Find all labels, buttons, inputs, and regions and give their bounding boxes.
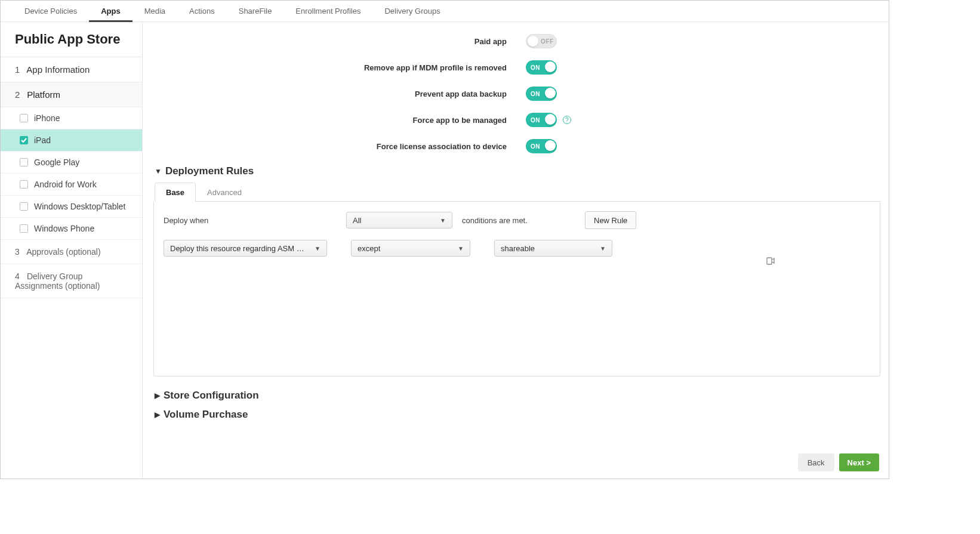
platform-label: Google Play [34, 158, 79, 167]
step-label: Delivery Group Assignments (optional) [15, 271, 100, 291]
platform-label: iPhone [34, 113, 60, 123]
select-rule-resource[interactable]: Deploy this resource regarding ASM … ▼ [164, 240, 327, 257]
section-title: Volume Purchase [164, 409, 248, 421]
caret-down-icon: ▼ [155, 167, 162, 175]
toggle-knob-icon [545, 140, 556, 151]
checkbox-icon[interactable] [20, 202, 28, 211]
caret-right-icon: ▶ [155, 391, 160, 400]
main-content: Paid app OFF Remove app if MDM profile i… [143, 22, 889, 479]
caret-down-icon: ▼ [600, 245, 606, 252]
toggle-force-managed[interactable]: ON [526, 113, 557, 127]
toggle-knob-icon [545, 61, 556, 72]
help-icon[interactable]: ? [563, 116, 571, 124]
back-button[interactable]: Back [798, 453, 834, 471]
toggle-knob-icon [545, 114, 556, 125]
platform-label: Windows Phone [34, 224, 94, 233]
select-value: shareable [501, 244, 535, 253]
toggle-remove-mdm[interactable]: ON [526, 60, 557, 75]
step-number: 4 [15, 271, 24, 281]
platform-windows-desktop-tablet[interactable]: Windows Desktop/Tablet [1, 196, 142, 218]
tab-device-policies[interactable]: Device Policies [13, 1, 89, 22]
platform-label: iPad [34, 135, 51, 145]
step-number: 2 [15, 89, 24, 100]
row-paid-app: Paid app OFF [143, 34, 889, 48]
next-button[interactable]: Next > [839, 453, 879, 471]
section-title: Deployment Rules [165, 165, 254, 177]
step-number: 1 [15, 64, 24, 75]
section-volume-purchase[interactable]: ▶ Volume Purchase [143, 405, 889, 424]
label-paid-app: Paid app [143, 37, 526, 46]
row-force-managed: Force app to be managed ON ? [143, 113, 889, 127]
toggle-state-text: OFF [541, 38, 554, 45]
platform-label: Android for Work [34, 180, 97, 189]
tab-base[interactable]: Base [155, 183, 196, 202]
footer: Back Next > [798, 453, 879, 471]
step-delivery-group-assignments[interactable]: 4 Delivery Group Assignments (optional) [1, 264, 142, 298]
caret-right-icon: ▶ [155, 410, 160, 419]
step-label: Approvals (optional) [26, 247, 101, 257]
platform-windows-phone[interactable]: Windows Phone [1, 218, 142, 240]
tab-apps[interactable]: Apps [89, 1, 132, 22]
row-prevent-backup: Prevent app data backup ON [143, 87, 889, 101]
platform-android-for-work[interactable]: Android for Work [1, 174, 142, 196]
tab-enrollment-profiles[interactable]: Enrollment Profiles [283, 1, 372, 22]
step-app-information[interactable]: 1 App Information [1, 57, 142, 82]
deployment-rules-body: Deploy when All ▼ conditions are met. Ne… [153, 202, 880, 376]
toggle-state-text: ON [531, 143, 540, 150]
select-value: All [353, 216, 361, 225]
deployment-rules-tabs: Base Advanced [155, 182, 880, 202]
svg-rect-0 [767, 258, 772, 264]
toggle-state-text: ON [531, 91, 540, 97]
caret-down-icon: ▼ [440, 217, 446, 224]
step-approvals[interactable]: 3 Approvals (optional) [1, 240, 142, 264]
toggle-paid-app[interactable]: OFF [526, 34, 557, 48]
remove-rule-icon[interactable] [766, 257, 775, 267]
tab-media[interactable]: Media [132, 1, 177, 22]
checkbox-icon[interactable] [20, 136, 28, 144]
platform-ipad[interactable]: iPad [1, 129, 142, 152]
checkbox-icon[interactable] [20, 114, 28, 122]
tab-actions[interactable]: Actions [177, 1, 227, 22]
step-label: Platform [27, 89, 60, 100]
select-value: Deploy this resource regarding ASM … [170, 244, 304, 253]
row-force-license: Force license association to device ON [143, 139, 889, 153]
select-all-any[interactable]: All ▼ [346, 212, 452, 229]
page-title: Public App Store [1, 22, 142, 57]
checkbox-icon[interactable] [20, 158, 28, 166]
step-number: 3 [15, 247, 24, 257]
step-platform[interactable]: 2 Platform [1, 82, 142, 107]
toggle-knob-icon [545, 88, 556, 98]
tab-sharefile[interactable]: ShareFile [227, 1, 284, 22]
section-deployment-rules[interactable]: ▼ Deployment Rules [143, 153, 889, 182]
platform-iphone[interactable]: iPhone [1, 107, 142, 129]
label-prevent-backup: Prevent app data backup [143, 89, 526, 98]
toggle-force-license[interactable]: ON [526, 139, 557, 153]
top-nav: Device Policies Apps Media Actions Share… [1, 1, 889, 22]
toggle-knob-icon [528, 36, 538, 47]
label-force-license: Force license association to device [143, 142, 526, 151]
conditions-met-label: conditions are met. [462, 216, 575, 225]
deploy-when-line: Deploy when All ▼ conditions are met. Ne… [164, 211, 870, 229]
label-force-managed: Force app to be managed [143, 116, 526, 125]
toggle-state-text: ON [531, 64, 540, 71]
toggle-prevent-backup[interactable]: ON [526, 87, 557, 101]
new-rule-button[interactable]: New Rule [585, 211, 636, 229]
platform-label: Windows Desktop/Tablet [34, 202, 125, 211]
caret-down-icon: ▼ [315, 245, 320, 252]
select-value: except [358, 244, 380, 253]
select-rule-operator[interactable]: except ▼ [351, 240, 470, 257]
caret-down-icon: ▼ [458, 245, 464, 252]
checkbox-icon[interactable] [20, 224, 28, 233]
checkbox-icon[interactable] [20, 180, 28, 189]
toggle-state-text: ON [531, 117, 540, 124]
deploy-when-label: Deploy when [164, 216, 337, 225]
section-title: Store Configuration [164, 390, 259, 402]
select-rule-value[interactable]: shareable ▼ [494, 240, 612, 257]
tab-advanced[interactable]: Advanced [196, 183, 253, 202]
step-label: App Information [26, 64, 90, 75]
section-store-configuration[interactable]: ▶ Store Configuration [143, 386, 889, 405]
tab-delivery-groups[interactable]: Delivery Groups [372, 1, 452, 22]
rule-row: Deploy this resource regarding ASM … ▼ e… [164, 240, 870, 257]
sidebar: Public App Store 1 App Information 2 Pla… [1, 22, 143, 479]
platform-google-play[interactable]: Google Play [1, 152, 142, 174]
